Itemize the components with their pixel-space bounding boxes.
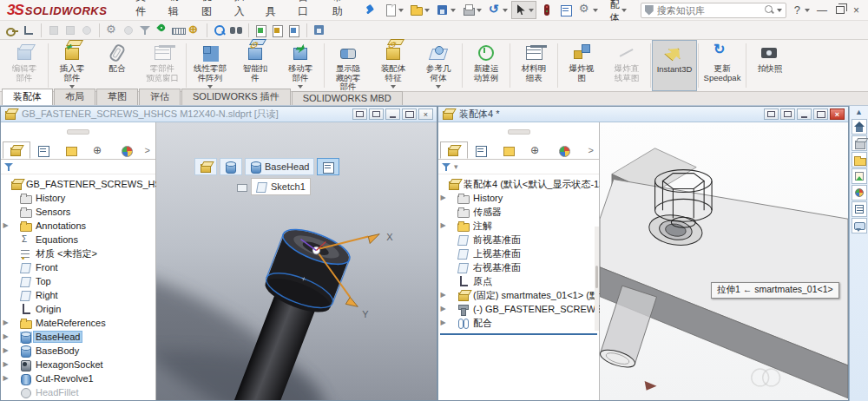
assembly-viewport-canvas[interactable] xyxy=(600,122,848,400)
tree-item-basehead[interactable]: ▶BaseHead xyxy=(1,330,155,344)
tree-item-cut-revolve1[interactable]: ▶Cut-Revolve1 xyxy=(1,371,155,385)
expander-icon[interactable]: ▶ xyxy=(438,288,448,302)
tab-dimxpertmanager[interactable] xyxy=(523,141,551,159)
gear-icon[interactable] xyxy=(105,23,119,37)
export-print-icon[interactable] xyxy=(271,23,285,37)
export-image-icon[interactable] xyxy=(287,23,301,37)
component-tree-icon[interactable] xyxy=(63,23,77,37)
ribbon-exploded-view[interactable]: 爆炸视 图 xyxy=(559,40,604,91)
pin-menubar-icon[interactable] xyxy=(365,4,372,16)
ribbon-explode-line-sketch[interactable]: 爆炸直 线草图 xyxy=(604,40,649,91)
design-library-folder-icon[interactable] xyxy=(852,152,867,168)
ribbon-linear-pattern[interactable]: 线性零部 件阵列 xyxy=(187,40,233,91)
edit-part-icon[interactable] xyxy=(47,23,61,37)
options-button[interactable] xyxy=(575,1,601,19)
tree-item-equations[interactable]: Equations xyxy=(1,233,155,247)
tree-item-headfillet[interactable]: HeadFillet xyxy=(1,385,155,399)
color-wheel-icon[interactable] xyxy=(852,185,867,200)
tree-item-smartmates[interactable]: ▶(固定) smartmates_01<1> (默认<< xyxy=(438,288,599,302)
close-button[interactable]: × xyxy=(853,5,859,16)
tab-solidworks-addins[interactable]: SOLIDWORKS 插件 xyxy=(181,89,291,105)
chevron-down-icon[interactable] xyxy=(777,9,782,12)
tree-item-top-plane[interactable]: 上视基准面 xyxy=(438,247,599,260)
tree-item-annotations[interactable]: ▶Annotations xyxy=(1,219,155,233)
child-close-button[interactable]: × xyxy=(418,108,433,120)
tree-item-front-plane[interactable]: Front xyxy=(1,260,155,274)
part-viewport[interactable]: + X Y BaseHead xyxy=(156,122,437,400)
ribbon-smart-fasteners[interactable]: 智能扣 件 xyxy=(233,40,278,91)
magnifier-icon[interactable] xyxy=(213,23,227,37)
child-minimize-button[interactable] xyxy=(385,108,400,120)
rebuild-button[interactable] xyxy=(537,1,556,19)
expander-icon[interactable]: ▶ xyxy=(438,191,448,205)
export-sheet-icon[interactable] xyxy=(254,23,268,37)
file-properties-button[interactable] xyxy=(556,1,575,19)
tree-item-sensors[interactable]: 传感器 xyxy=(438,205,599,219)
tab-configurationmanager[interactable] xyxy=(58,141,86,159)
task-pane-collapse-arrow[interactable]: ▲ xyxy=(850,106,868,118)
breadcrumb-body-chip[interactable] xyxy=(220,158,242,175)
ribbon-insert-component[interactable]: 插入零 部件 xyxy=(49,40,95,91)
tab-featuremanager[interactable] xyxy=(440,141,468,159)
sketch1-chip[interactable]: Sketch1 xyxy=(251,178,311,195)
tree-item-basebody[interactable]: ▶BaseBody xyxy=(1,344,155,358)
tree-item-gb-fastener[interactable]: ▶(-) GB_FASTENER_SCREWS_HSHCS xyxy=(438,302,599,316)
dock-button[interactable] xyxy=(352,108,367,120)
tree-item-history[interactable]: History xyxy=(1,191,155,205)
expander-icon[interactable]: ▶ xyxy=(1,316,10,330)
tree-item-mates[interactable]: ▶配合 xyxy=(438,316,599,330)
location-pin-icon[interactable] xyxy=(155,23,168,37)
tree-tabs-overflow[interactable]: > xyxy=(589,141,599,159)
expander-icon[interactable]: ▶ xyxy=(1,358,10,371)
open-button[interactable] xyxy=(407,1,432,19)
expander-icon[interactable]: ▶ xyxy=(1,219,10,233)
tree-root-part[interactable]: GB_FASTENER_SCREWS_HSHCS M xyxy=(1,177,155,191)
tree-filter-row[interactable] xyxy=(1,160,155,174)
ribbon-instant3d[interactable]: Instant3D xyxy=(652,40,697,91)
binoculars-icon[interactable] xyxy=(229,23,243,37)
tree-item-hexagonsocket[interactable]: ▶HexagonSocket xyxy=(1,358,155,371)
tree-root-assembly[interactable]: 装配体4 (默认<默认_显示状态-1>) xyxy=(438,177,599,191)
tab-dimxpertmanager[interactable] xyxy=(86,141,114,159)
tab-displaymanager[interactable] xyxy=(114,141,141,159)
tab-evaluate[interactable]: 评估 xyxy=(139,89,181,105)
tab-configurationmanager[interactable] xyxy=(496,141,523,159)
save-button[interactable] xyxy=(433,1,458,19)
tab-displaymanager[interactable] xyxy=(551,141,579,159)
child-restore-button[interactable] xyxy=(813,108,828,120)
tree-item-material[interactable]: 材质 <未指定> xyxy=(1,247,155,260)
ribbon-component-preview[interactable]: 零部件 预览窗口 xyxy=(140,40,185,91)
tree-item-history[interactable]: ▶History xyxy=(438,191,599,205)
help-button[interactable]: ? xyxy=(792,3,803,16)
tree-item-right-plane[interactable]: 右视基准面 xyxy=(438,260,599,274)
tab-propertymanager[interactable] xyxy=(468,141,496,159)
tree-item-matereferences[interactable]: ▶MateReferences xyxy=(1,316,155,330)
breadcrumb-sketch-chip[interactable] xyxy=(317,158,339,175)
minimize-button[interactable]: — xyxy=(817,5,827,16)
chevron-down-icon[interactable] xyxy=(436,85,441,89)
child-minimize-button[interactable] xyxy=(797,108,812,120)
ribbon-assembly-features[interactable]: 装配体 特征 xyxy=(371,40,416,91)
chevron-down-icon[interactable] xyxy=(805,9,810,12)
new-document-button[interactable] xyxy=(381,1,406,19)
chevron-down-icon[interactable] xyxy=(391,85,396,89)
breadcrumb-feature-chip[interactable]: BaseHead xyxy=(245,158,314,175)
ribbon-reference-geometry[interactable]: 参考几 何体 xyxy=(416,40,461,91)
measure-icon[interactable] xyxy=(171,23,185,37)
undo-button[interactable] xyxy=(485,1,510,19)
tree-item-origin[interactable]: 原点 xyxy=(438,274,599,288)
save-external-icon[interactable] xyxy=(312,23,326,37)
home-icon[interactable] xyxy=(852,119,867,135)
tree-item-front-plane[interactable]: 前视基准面 xyxy=(438,233,599,247)
isolate-icon[interactable] xyxy=(80,23,94,37)
tree-scrollbar[interactable] xyxy=(595,227,599,331)
tree-item-origin[interactable]: Origin xyxy=(1,302,155,316)
expander-icon[interactable]: ▶ xyxy=(438,219,448,233)
expander-icon[interactable]: ▶ xyxy=(1,371,10,385)
ribbon-edit-component[interactable]: 编辑零 部件 xyxy=(2,40,47,91)
ribbon-mate[interactable]: 配合 xyxy=(95,40,140,91)
tab-featuremanager[interactable] xyxy=(3,141,30,159)
sphere-icon[interactable] xyxy=(122,23,135,37)
forum-chat-icon[interactable] xyxy=(852,218,867,233)
mate-key-icon[interactable] xyxy=(5,23,19,37)
